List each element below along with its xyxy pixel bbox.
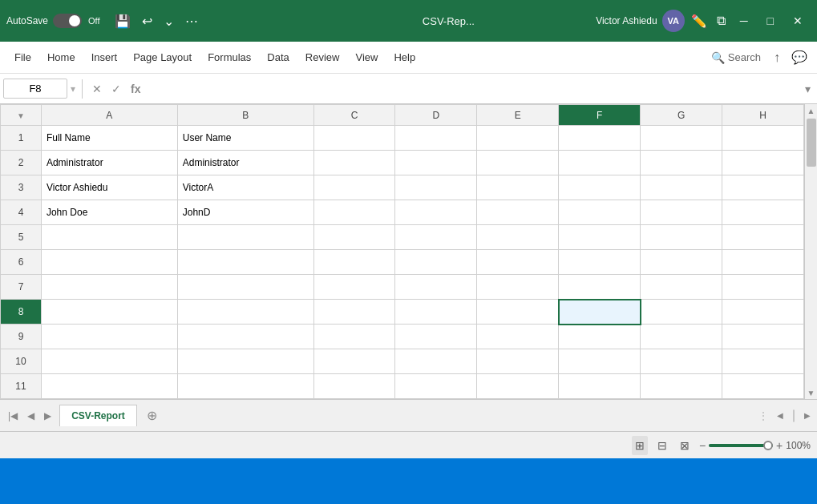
cell-F2[interactable] [559, 151, 641, 175]
sheet-tab-csv-report[interactable]: CSV-Report [59, 405, 137, 426]
col-header-b[interactable]: B [177, 105, 313, 126]
cell-reference-input[interactable] [3, 79, 67, 99]
row-number-6[interactable]: 6 [1, 250, 42, 275]
scroll-up-arrow[interactable]: ▲ [805, 104, 818, 117]
cell-E11[interactable] [477, 374, 559, 399]
cell-ref-dropdown-icon[interactable]: ▾ [67, 83, 79, 95]
cell-E7[interactable] [477, 275, 559, 300]
sheet-nav-prev[interactable]: ◀ [22, 407, 39, 425]
corner-cell[interactable]: ▼ [1, 105, 42, 126]
scroll-thumb[interactable] [807, 119, 816, 167]
cell-F3[interactable] [559, 175, 641, 200]
cell-A3[interactable]: Victor Ashiedu [41, 175, 177, 200]
cell-A5[interactable] [41, 225, 177, 250]
cell-F11[interactable] [559, 374, 641, 399]
col-header-h[interactable]: H [722, 105, 804, 126]
avatar[interactable]: VA [662, 10, 685, 32]
zoom-out-button[interactable]: − [699, 439, 706, 452]
cell-H7[interactable] [722, 275, 804, 300]
cell-E2[interactable] [477, 151, 559, 175]
row-number-4[interactable]: 4 [1, 200, 42, 225]
cell-G1[interactable] [641, 126, 722, 151]
scroll-track[interactable] [805, 117, 817, 386]
page-break-view-button[interactable]: ⊠ [677, 436, 693, 455]
cell-D1[interactable] [395, 126, 477, 151]
row-number-5[interactable]: 5 [1, 225, 42, 250]
zoom-in-button[interactable]: + [776, 439, 783, 452]
row-number-11[interactable]: 11 [1, 374, 42, 399]
cell-H1[interactable] [722, 126, 804, 151]
save-icon[interactable]: 💾 [111, 10, 134, 32]
cell-A4[interactable]: John Doe [41, 200, 177, 225]
pen-icon[interactable]: ✏️ [688, 10, 710, 32]
menu-home[interactable]: Home [39, 46, 83, 68]
cell-E5[interactable] [477, 225, 559, 250]
h-scroll-left-arrow[interactable]: ◀ [774, 411, 787, 420]
col-header-f[interactable]: F [559, 105, 641, 126]
more-commands-icon[interactable]: ⋯ [182, 10, 201, 32]
cell-G8[interactable] [641, 300, 722, 325]
cell-B9[interactable] [177, 325, 313, 349]
cell-F4[interactable] [559, 200, 641, 225]
cell-A8[interactable] [41, 300, 177, 325]
row-number-1[interactable]: 1 [1, 126, 42, 151]
vertical-scrollbar[interactable]: ▲ ▼ [804, 104, 817, 399]
menu-data[interactable]: Data [259, 46, 297, 68]
comments-icon[interactable]: 💬 [788, 46, 811, 68]
cell-E9[interactable] [477, 325, 559, 349]
cell-D5[interactable] [395, 225, 477, 250]
row-number-8[interactable]: 8 [1, 300, 42, 325]
menu-formulas[interactable]: Formulas [200, 46, 259, 68]
confirm-formula-icon[interactable]: ✓ [108, 81, 124, 97]
cell-B10[interactable] [177, 349, 313, 374]
cell-G3[interactable] [641, 175, 722, 200]
cell-C1[interactable] [313, 126, 395, 151]
cell-E4[interactable] [477, 200, 559, 225]
cell-D6[interactable] [395, 250, 477, 275]
cell-B3[interactable]: VictorA [177, 175, 313, 200]
cell-G11[interactable] [641, 374, 722, 399]
cell-A7[interactable] [41, 275, 177, 300]
cell-H6[interactable] [722, 250, 804, 275]
cell-F9[interactable] [559, 325, 641, 349]
row-number-7[interactable]: 7 [1, 275, 42, 300]
cell-G7[interactable] [641, 275, 722, 300]
cell-G10[interactable] [641, 349, 722, 374]
add-sheet-button[interactable]: ⊕ [140, 405, 164, 426]
cell-E8[interactable] [477, 300, 559, 325]
cell-H10[interactable] [722, 349, 804, 374]
undo-icon[interactable]: ↩ [139, 10, 156, 32]
cell-D11[interactable] [395, 374, 477, 399]
page-layout-view-button[interactable]: ⊟ [654, 436, 670, 455]
search-label[interactable]: Search [728, 51, 761, 63]
cell-E10[interactable] [477, 349, 559, 374]
row-number-3[interactable]: 3 [1, 175, 42, 200]
cell-C2[interactable] [313, 151, 395, 175]
horizontal-scrollbar[interactable] [793, 409, 795, 422]
row-number-2[interactable]: 2 [1, 151, 42, 175]
menu-view[interactable]: View [347, 46, 386, 68]
row-number-10[interactable]: 10 [1, 349, 42, 374]
cell-H3[interactable] [722, 175, 804, 200]
zoom-slider[interactable] [709, 444, 773, 447]
col-header-e[interactable]: E [477, 105, 559, 126]
cell-C6[interactable] [313, 250, 395, 275]
menu-insert[interactable]: Insert [83, 46, 126, 68]
cell-F5[interactable] [559, 225, 641, 250]
cell-G6[interactable] [641, 250, 722, 275]
sheet-nav-next[interactable]: ▶ [39, 407, 56, 425]
cell-D7[interactable] [395, 275, 477, 300]
col-header-c[interactable]: C [313, 105, 395, 126]
cell-B4[interactable]: JohnD [177, 200, 313, 225]
cell-C7[interactable] [313, 275, 395, 300]
menu-review[interactable]: Review [297, 46, 348, 68]
cell-A2[interactable]: Administrator [41, 151, 177, 175]
cell-H4[interactable] [722, 200, 804, 225]
cell-A10[interactable] [41, 349, 177, 374]
zoom-slider-thumb[interactable] [763, 441, 773, 450]
cell-E1[interactable] [477, 126, 559, 151]
cell-B2[interactable]: Administrator [177, 151, 313, 175]
cell-H2[interactable] [722, 151, 804, 175]
cell-C11[interactable] [313, 374, 395, 399]
cell-A6[interactable] [41, 250, 177, 275]
